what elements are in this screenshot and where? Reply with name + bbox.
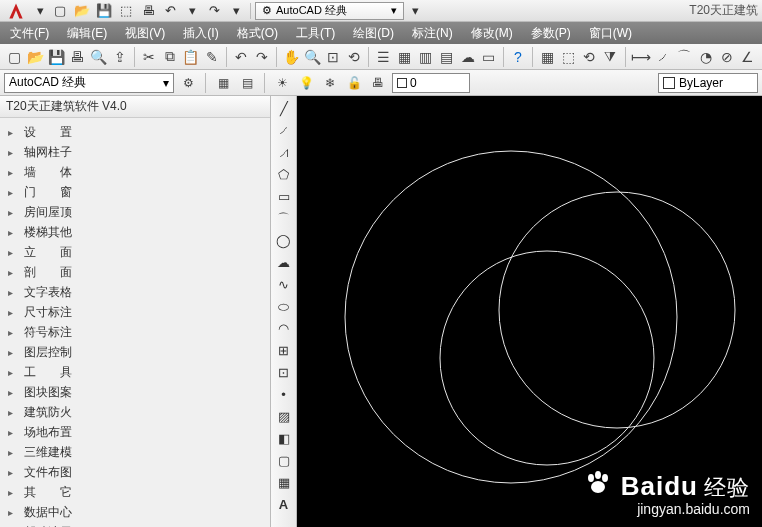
saveas-icon[interactable]: ⬚ — [116, 2, 136, 20]
tree-item[interactable]: ▸门 窗 — [0, 182, 270, 202]
revcloud-icon[interactable]: ☁ — [273, 252, 295, 273]
workspace-select[interactable]: AutoCAD 经典 ▾ — [4, 73, 174, 93]
match-button[interactable]: ✎ — [202, 46, 222, 68]
open-icon[interactable]: 📂 — [72, 2, 92, 20]
menu-draw[interactable]: 绘图(D) — [353, 25, 394, 42]
tree-item[interactable]: ▸楼梯其他 — [0, 222, 270, 242]
construction-line-icon[interactable]: ⟋ — [273, 120, 295, 141]
text-icon[interactable]: A — [273, 494, 295, 515]
help-button[interactable]: ? — [508, 46, 528, 68]
tree-item[interactable]: ▸帮助演示 — [0, 522, 270, 527]
dim-aligned-button[interactable]: ⟋ — [653, 46, 673, 68]
zoom-win-button[interactable]: ⊡ — [323, 46, 343, 68]
preview-button[interactable]: 🔍 — [88, 46, 108, 68]
cut-button[interactable]: ✂ — [139, 46, 159, 68]
tree-item[interactable]: ▸数据中心 — [0, 502, 270, 522]
layer-states-button2[interactable]: ▤ — [237, 73, 257, 93]
properties-button[interactable]: ☰ — [373, 46, 393, 68]
dim-diameter-button[interactable]: ⊘ — [717, 46, 737, 68]
tree-item[interactable]: ▸剖 面 — [0, 262, 270, 282]
new-icon[interactable]: ▢ — [50, 2, 70, 20]
designcenter-button[interactable]: ▦ — [394, 46, 414, 68]
sheet-button[interactable]: ▤ — [437, 46, 457, 68]
region-icon[interactable]: ▢ — [273, 450, 295, 471]
block-icon[interactable]: ⊞ — [273, 340, 295, 361]
redo-icon[interactable]: ↷ — [204, 2, 224, 20]
copy-button[interactable]: ⧉ — [160, 46, 180, 68]
layer-states-button[interactable]: ⬚ — [558, 46, 578, 68]
dim-linear-button[interactable]: ⟼ — [630, 46, 652, 68]
layer-prev-button[interactable]: ⟲ — [579, 46, 599, 68]
dim-radius-button[interactable]: ◔ — [696, 46, 716, 68]
menu-modify[interactable]: 修改(M) — [471, 25, 513, 42]
menu-parametric[interactable]: 参数(P) — [531, 25, 571, 42]
tree-item[interactable]: ▸其 它 — [0, 482, 270, 502]
makeblock-icon[interactable]: ⊡ — [273, 362, 295, 383]
undo-icon[interactable]: ↶ — [160, 2, 180, 20]
tree-item[interactable]: ▸尺寸标注 — [0, 302, 270, 322]
zoom-rt-button[interactable]: 🔍 — [302, 46, 322, 68]
tree-item[interactable]: ▸场地布置 — [0, 422, 270, 442]
circle-icon[interactable]: ◯ — [273, 230, 295, 251]
bulb-icon[interactable]: 💡 — [296, 73, 316, 93]
tree-item[interactable]: ▸文件布图 — [0, 462, 270, 482]
workspace-qat-select[interactable]: ⚙ AutoCAD 经典 ▾ — [255, 2, 404, 20]
tree-item[interactable]: ▸立 面 — [0, 242, 270, 262]
undo-button[interactable]: ↶ — [231, 46, 251, 68]
tree-item[interactable]: ▸工 具 — [0, 362, 270, 382]
ellipse-arc-icon[interactable]: ◠ — [273, 318, 295, 339]
print-button[interactable]: 🖶 — [67, 46, 87, 68]
menu-window[interactable]: 窗口(W) — [589, 25, 632, 42]
tree-item[interactable]: ▸设 置 — [0, 122, 270, 142]
sun-icon[interactable]: ☀ — [272, 73, 292, 93]
menu-tools[interactable]: 工具(T) — [296, 25, 335, 42]
print-icon[interactable]: 🖶 — [138, 2, 158, 20]
layer-filter-button[interactable]: ⧩ — [600, 46, 620, 68]
tree-item[interactable]: ▸图块图案 — [0, 382, 270, 402]
qat-overflow-icon[interactable]: ▾ — [406, 2, 426, 20]
spline-icon[interactable]: ∿ — [273, 274, 295, 295]
new-button[interactable]: ▢ — [4, 46, 24, 68]
pan-button[interactable]: ✋ — [281, 46, 301, 68]
toolpalette-button[interactable]: ▥ — [416, 46, 436, 68]
save-button[interactable]: 💾 — [46, 46, 66, 68]
menu-dimension[interactable]: 标注(N) — [412, 25, 453, 42]
menu-insert[interactable]: 插入(I) — [183, 25, 218, 42]
gradient-icon[interactable]: ◧ — [273, 428, 295, 449]
lock-icon[interactable]: 🔓 — [344, 73, 364, 93]
qat-dropdown-icon[interactable]: ▾ — [30, 2, 50, 20]
tree-item[interactable]: ▸图层控制 — [0, 342, 270, 362]
polygon-icon[interactable]: ⬠ — [273, 164, 295, 185]
table-icon[interactable]: ▦ — [273, 472, 295, 493]
current-layer-display[interactable]: 0 — [392, 73, 470, 93]
layer-props-button[interactable]: ▦ — [213, 73, 233, 93]
rectangle-icon[interactable]: ▭ — [273, 186, 295, 207]
tree-item[interactable]: ▸三维建模 — [0, 442, 270, 462]
save-icon[interactable]: 💾 — [94, 2, 114, 20]
dim-angular-button[interactable]: ∠ — [738, 46, 758, 68]
color-bylayer-select[interactable]: ByLayer — [658, 73, 758, 93]
publish-button[interactable]: ⇪ — [110, 46, 130, 68]
tree-item[interactable]: ▸墙 体 — [0, 162, 270, 182]
layer-mgr-button[interactable]: ▦ — [537, 46, 557, 68]
tree-item[interactable]: ▸轴网柱子 — [0, 142, 270, 162]
line-icon[interactable]: ╱ — [273, 98, 295, 119]
tree-item[interactable]: ▸建筑防火 — [0, 402, 270, 422]
ws-gear-icon[interactable]: ⚙ — [178, 73, 198, 93]
menu-file[interactable]: 文件(F) — [10, 25, 49, 42]
tree-item[interactable]: ▸符号标注 — [0, 322, 270, 342]
dim-arc-button[interactable]: ⌒ — [674, 46, 694, 68]
hatch-icon[interactable]: ▨ — [273, 406, 295, 427]
markup-button[interactable]: ☁ — [458, 46, 478, 68]
polyline-icon[interactable]: ⩘ — [273, 142, 295, 163]
undo-dd-icon[interactable]: ▾ — [182, 2, 202, 20]
redo-dd-icon[interactable]: ▾ — [226, 2, 246, 20]
menu-format[interactable]: 格式(O) — [237, 25, 278, 42]
paste-button[interactable]: 📋 — [181, 46, 201, 68]
ellipse-icon[interactable]: ⬭ — [273, 296, 295, 317]
open-button[interactable]: 📂 — [25, 46, 45, 68]
redo-button[interactable]: ↷ — [252, 46, 272, 68]
arc-icon[interactable]: ⌒ — [273, 208, 295, 229]
menu-view[interactable]: 视图(V) — [125, 25, 165, 42]
app-logo[interactable] — [2, 1, 30, 21]
